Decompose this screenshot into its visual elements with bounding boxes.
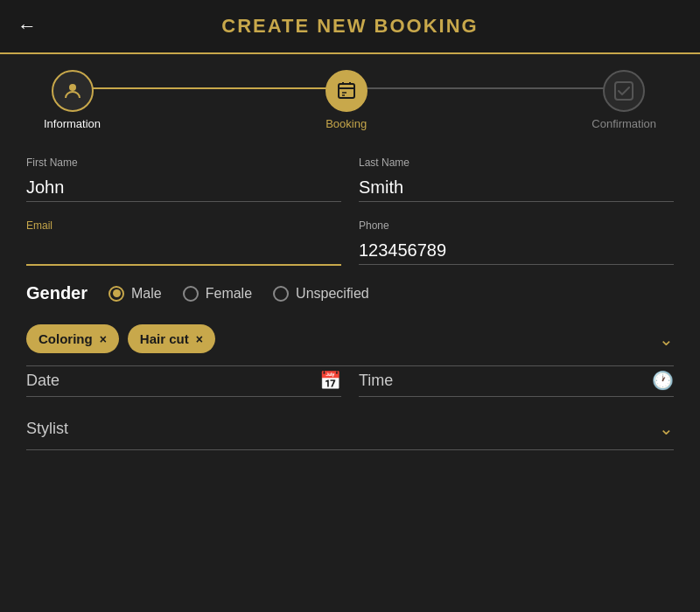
step-booking[interactable]: Booking (326, 70, 368, 130)
form: First Name Last Name Email Phone Gender … (0, 139, 700, 468)
service-coloring-close[interactable]: × (100, 332, 107, 346)
gender-row: Gender Male Female Unspecified (26, 283, 674, 303)
stylist-chevron-down-icon[interactable]: ⌄ (659, 418, 674, 439)
step-information-circle (52, 70, 94, 112)
services-chevron-down-icon[interactable]: ⌄ (659, 329, 674, 350)
service-tag-coloring[interactable]: Coloring × (26, 324, 119, 353)
date-input-wrapper: Date 📅 (26, 370, 341, 397)
phone-input[interactable] (359, 237, 674, 265)
time-group: Time 🕐 (359, 370, 674, 397)
service-coloring-label: Coloring (38, 331, 93, 346)
step-confirmation[interactable]: Confirmation (592, 70, 656, 130)
gender-label: Gender (26, 283, 88, 303)
gender-unspecified[interactable]: Unspecified (273, 286, 369, 302)
first-name-input[interactable] (26, 174, 341, 202)
first-name-label: First Name (26, 156, 341, 169)
header: ← CREATE NEW BOOKING (0, 0, 700, 54)
gender-male[interactable]: Male (108, 286, 162, 302)
svg-point-0 (69, 84, 76, 91)
gender-unspecified-label: Unspecified (296, 286, 369, 302)
calendar-icon[interactable]: 📅 (319, 370, 341, 391)
gender-male-radio-inner (113, 289, 121, 297)
service-haircut-close[interactable]: × (196, 332, 203, 346)
step-booking-label: Booking (326, 117, 367, 130)
stepper: Information Booking Confirmation (0, 54, 700, 139)
time-input-wrapper: Time 🕐 (359, 370, 674, 397)
last-name-group: Last Name (359, 156, 674, 202)
datetime-row: Date 📅 Time 🕐 (26, 370, 674, 397)
back-button[interactable]: ← (18, 15, 37, 38)
phone-label: Phone (359, 219, 674, 232)
gender-unspecified-radio (273, 286, 289, 302)
gender-male-label: Male (131, 286, 162, 302)
page-title: CREATE NEW BOOKING (221, 15, 478, 38)
step-booking-circle (326, 70, 368, 112)
phone-group: Phone (359, 219, 674, 266)
gender-female-radio (183, 286, 199, 302)
first-name-group: First Name (26, 156, 341, 202)
name-row: First Name Last Name (26, 156, 674, 202)
email-input[interactable] (26, 237, 341, 266)
gender-male-radio (108, 286, 124, 302)
gender-female-label: Female (206, 286, 252, 302)
last-name-label: Last Name (359, 156, 674, 169)
step-information[interactable]: Information (44, 70, 101, 130)
contact-row: Email Phone (26, 219, 674, 266)
svg-rect-1 (339, 84, 354, 98)
email-label: Email (26, 219, 341, 232)
last-name-input[interactable] (359, 174, 674, 202)
service-haircut-label: Hair cut (140, 331, 189, 346)
clock-icon[interactable]: 🕐 (652, 370, 674, 391)
gender-female[interactable]: Female (183, 286, 252, 302)
step-information-label: Information (44, 117, 101, 130)
step-confirmation-label: Confirmation (592, 117, 656, 130)
stepper-line-active (88, 87, 350, 89)
time-label: Time (359, 372, 652, 390)
step-confirmation-circle (603, 70, 645, 112)
email-group: Email (26, 219, 341, 266)
stylist-row[interactable]: Stylist ⌄ (26, 418, 674, 450)
service-tag-haircut[interactable]: Hair cut × (128, 324, 215, 353)
stylist-label: Stylist (26, 420, 659, 438)
services-row: Coloring × Hair cut × ⌄ (26, 324, 674, 366)
date-label: Date (26, 372, 319, 390)
date-group: Date 📅 (26, 370, 341, 397)
